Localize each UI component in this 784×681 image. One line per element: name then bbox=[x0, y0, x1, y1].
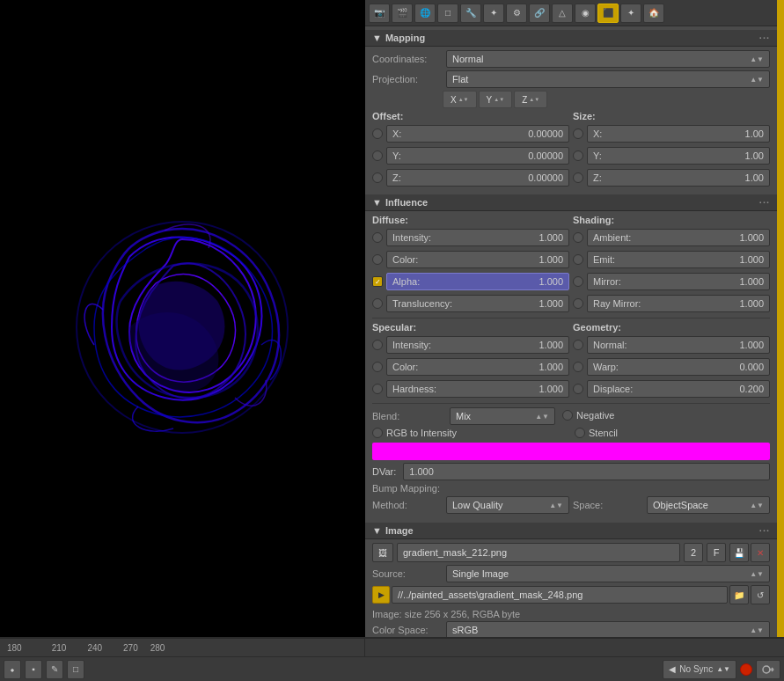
size-y-dot[interactable] bbox=[573, 150, 583, 161]
filepath-browse-btn[interactable]: 📁 bbox=[729, 585, 749, 604]
image-close-btn[interactable]: ✕ bbox=[751, 543, 770, 562]
translucency-dot[interactable] bbox=[372, 298, 383, 309]
timeline-checkbox1[interactable]: ▪ bbox=[25, 660, 42, 679]
image-num[interactable]: 2 bbox=[684, 543, 703, 562]
data-icon[interactable]: △ bbox=[552, 4, 573, 23]
alpha-checkbox[interactable] bbox=[372, 276, 383, 287]
size-z-row: Z: 1.00 bbox=[573, 169, 770, 187]
speccolor-warp-row: Color: 1.000 Warp: 0.000 bbox=[372, 358, 770, 377]
viewport[interactable] bbox=[0, 0, 365, 637]
texture-icon[interactable]: ⬛ bbox=[597, 4, 619, 23]
z-button[interactable]: Z ▲▼ bbox=[514, 91, 547, 108]
alpha-field[interactable]: Alpha: 1.000 bbox=[386, 273, 569, 290]
y-button[interactable]: Y ▲▼ bbox=[479, 91, 513, 108]
color-strip[interactable] bbox=[372, 443, 770, 460]
constraints-icon[interactable]: 🔗 bbox=[529, 4, 550, 23]
emit-dot[interactable] bbox=[573, 254, 583, 265]
physics-icon[interactable]: ⚙ bbox=[506, 4, 527, 23]
projection-dropdown[interactable]: Flat ▲▼ bbox=[446, 70, 770, 88]
material-icon[interactable]: ◉ bbox=[575, 4, 596, 23]
scrollbar-handle[interactable] bbox=[777, 301, 784, 336]
intensity-field[interactable]: Intensity: 1.000 bbox=[386, 229, 569, 246]
size-z-field[interactable]: Z: 1.00 bbox=[587, 169, 770, 187]
bump-method-dropdown[interactable]: Low Quality ▲▼ bbox=[446, 496, 569, 514]
sync-dropdown[interactable]: ◀ No Sync ▲▼ bbox=[663, 660, 736, 679]
displace-dot[interactable] bbox=[573, 384, 583, 394]
influence-section-header[interactable]: ▼ Influence ··· bbox=[365, 194, 777, 211]
filepath-field[interactable]: //../painted_assets\gradient_mask_248.pn… bbox=[392, 586, 728, 604]
ambient-field[interactable]: Ambient: 1.000 bbox=[587, 229, 770, 246]
render-icon[interactable]: 📷 bbox=[369, 4, 390, 23]
panel-scrollbar[interactable] bbox=[777, 0, 784, 637]
ray-mirror-field[interactable]: Ray Mirror: 1.000 bbox=[587, 295, 770, 312]
offset-y-dot[interactable] bbox=[372, 150, 383, 161]
spec-color-label: Color: bbox=[392, 362, 418, 372]
translucency-field[interactable]: Translucency: 1.000 bbox=[386, 295, 569, 312]
intensity-dot[interactable] bbox=[372, 232, 383, 243]
ray-mirror-dot[interactable] bbox=[573, 298, 583, 309]
size-x-dot[interactable] bbox=[573, 128, 583, 139]
filepath-reload-btn[interactable]: ↺ bbox=[751, 585, 770, 604]
world-icon[interactable]: 🌐 bbox=[414, 4, 436, 23]
color-diffuse-field[interactable]: Color: 1.000 bbox=[386, 251, 569, 268]
x-button[interactable]: X ▲▼ bbox=[443, 91, 477, 108]
keying-button[interactable] bbox=[756, 660, 780, 679]
emit-field[interactable]: Emit: 1.000 bbox=[587, 251, 770, 268]
offset-z-field[interactable]: Z: 0.00000 bbox=[386, 169, 569, 187]
offset-y-field[interactable]: Y: 0.00000 bbox=[386, 147, 569, 165]
image-action-btns: 💾 ✕ bbox=[729, 543, 770, 562]
timeline-type-btn[interactable]: ⬥ bbox=[4, 660, 21, 679]
ambient-row: Ambient: 1.000 bbox=[573, 229, 770, 246]
negative-dot[interactable] bbox=[562, 410, 573, 421]
coordinates-dropdown[interactable]: Normal ▲▼ bbox=[446, 50, 770, 68]
mirror-field[interactable]: Mirror: 1.000 bbox=[587, 273, 770, 290]
spec-intensity-dot[interactable] bbox=[372, 340, 383, 350]
warp-field[interactable]: Warp: 0.000 bbox=[587, 358, 770, 376]
image-save-btn[interactable]: 💾 bbox=[729, 543, 749, 562]
offset-y-label: Y: bbox=[392, 150, 401, 161]
image-name-field[interactable]: gradient_mask_212.png bbox=[397, 543, 680, 562]
dvar-field[interactable]: 1.000 bbox=[403, 463, 770, 480]
timeline-checkbox2[interactable]: ✎ bbox=[46, 660, 63, 679]
offset-x-field[interactable]: X: 0.00000 bbox=[386, 125, 569, 143]
mirror-dot[interactable] bbox=[573, 276, 583, 287]
color-diffuse-dot[interactable] bbox=[372, 254, 383, 265]
image-section-header[interactable]: ▼ Image ··· bbox=[365, 523, 777, 539]
normal-field[interactable]: Normal: 1.000 bbox=[587, 336, 770, 354]
image-f-btn[interactable]: F bbox=[707, 543, 726, 562]
image-info-text: Image: size 256 x 256, RGBA byte bbox=[372, 607, 770, 621]
hardness-field[interactable]: Hardness: 1.000 bbox=[386, 380, 569, 398]
ambient-dot[interactable] bbox=[573, 232, 583, 243]
blend-dropdown[interactable]: Mix ▲▼ bbox=[450, 407, 555, 425]
bump-space-dropdown[interactable]: ObjectSpace ▲▼ bbox=[647, 496, 770, 514]
colorspace-dropdown[interactable]: sRGB ▲▼ bbox=[446, 621, 770, 637]
mapping-section-header[interactable]: ▼ Mapping ··· bbox=[365, 30, 777, 47]
offset-x-dot[interactable] bbox=[372, 128, 383, 139]
particles-icon[interactable]: ✦ bbox=[483, 4, 504, 23]
record-button[interactable] bbox=[740, 663, 752, 676]
offset-z-dot[interactable] bbox=[372, 172, 383, 183]
spec-intensity-field[interactable]: Intensity: 1.000 bbox=[386, 336, 569, 354]
color-label: Color: bbox=[392, 254, 418, 265]
object-icon[interactable]: □ bbox=[437, 4, 458, 23]
source-dropdown[interactable]: Single Image ▲▼ bbox=[446, 565, 770, 582]
rgb-intensity-dot[interactable] bbox=[372, 428, 383, 438]
filepath-icon-btn[interactable]: ▶ bbox=[372, 586, 390, 604]
size-x-field[interactable]: X: 1.00 bbox=[587, 125, 770, 143]
particles2-icon[interactable]: ✦ bbox=[620, 4, 641, 23]
hardness-dot[interactable] bbox=[372, 384, 383, 394]
scene-icon[interactable]: 🎬 bbox=[392, 4, 413, 23]
dvar-row: DVar: 1.000 bbox=[372, 463, 770, 480]
scene2-icon[interactable]: 🏠 bbox=[643, 4, 664, 23]
spec-color-field[interactable]: Color: 1.000 bbox=[386, 358, 569, 376]
timeline-checkbox3[interactable]: □ bbox=[67, 660, 84, 679]
size-z-dot[interactable] bbox=[573, 172, 583, 183]
spec-color-dot[interactable] bbox=[372, 362, 383, 372]
image-browse-btn[interactable]: 🖼 bbox=[372, 543, 393, 562]
warp-dot[interactable] bbox=[573, 362, 583, 372]
modifier-icon[interactable]: 🔧 bbox=[460, 4, 481, 23]
stencil-dot[interactable] bbox=[575, 428, 585, 438]
size-y-field[interactable]: Y: 1.00 bbox=[587, 147, 770, 165]
normal-dot[interactable] bbox=[573, 340, 583, 350]
displace-field[interactable]: Displace: 0.200 bbox=[587, 380, 770, 398]
